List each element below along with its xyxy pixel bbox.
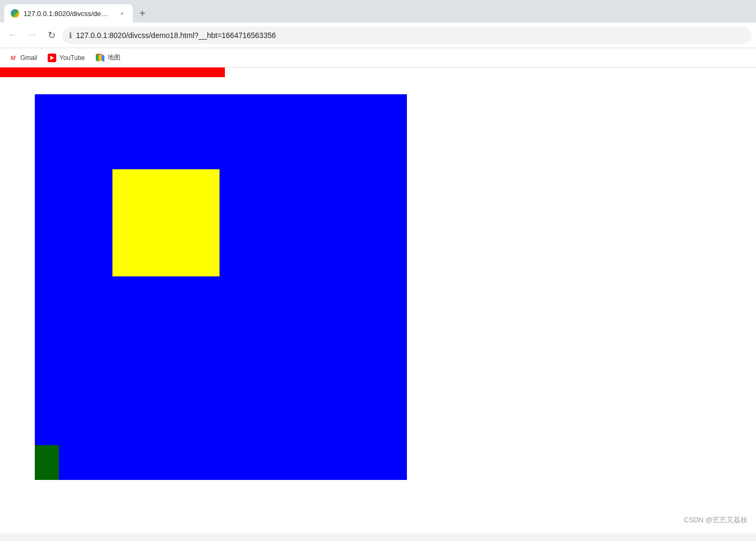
navigation-bar: ← → ↻ ℹ 127.0.0.1:8020/divcss/demo18.htm… [0,22,756,48]
youtube-label: YouTube [59,54,85,62]
red-bar [0,67,225,77]
bookmark-gmail[interactable]: M Gmail [4,51,41,64]
address-bar[interactable]: ℹ 127.0.0.1:8020/divcss/demo18.html?__hb… [62,27,752,44]
maps-label: 地图 [108,53,120,62]
bookmarks-bar: M Gmail YouTube 地图 [0,48,756,67]
csdn-watermark: CSDN @艺艺又荔枝 [684,515,747,525]
page-content: CSDN @艺艺又荔枝 [0,67,756,534]
new-tab-button[interactable]: + [135,6,150,21]
tab-bar: 127.0.0.1:8020/divcss/demo18 × + [0,0,756,22]
svg-marker-1 [96,54,99,62]
blue-container [35,94,407,480]
svg-marker-3 [102,54,104,62]
refresh-button[interactable]: ↻ [43,27,60,44]
active-tab[interactable]: 127.0.0.1:8020/divcss/demo18 × [4,4,133,22]
back-button[interactable]: ← [4,27,21,44]
tab-title: 127.0.0.1:8020/divcss/demo18 [24,10,114,18]
yellow-box [112,169,220,276]
gmail-label: Gmail [20,54,37,62]
forward-button[interactable]: → [24,27,41,44]
gmail-favicon: M [9,54,17,62]
bookmark-youtube[interactable]: YouTube [43,51,89,64]
tab-favicon [11,9,19,18]
youtube-favicon [48,54,56,62]
tab-close-button[interactable]: × [118,9,126,18]
svg-marker-2 [99,54,102,62]
green-box [35,445,59,480]
maps-favicon [96,54,104,62]
security-icon: ℹ [69,31,72,40]
address-text: 127.0.0.1:8020/divcss/demo18.html?__hbt=… [76,31,745,40]
bookmark-maps[interactable]: 地图 [92,51,125,64]
browser-chrome: 127.0.0.1:8020/divcss/demo18 × + ← → ↻ ℹ… [0,0,756,67]
